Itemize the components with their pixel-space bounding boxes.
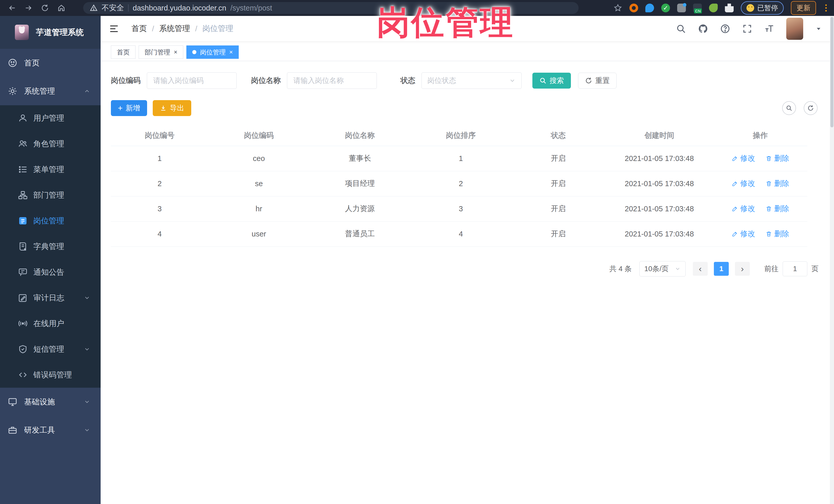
page-scrollbar[interactable] bbox=[830, 16, 834, 504]
sidebar-item-error-code-management[interactable]: 错误码管理 bbox=[0, 362, 101, 388]
not-secure-warning-icon[interactable] bbox=[90, 4, 97, 12]
chevron-down-icon bbox=[675, 266, 681, 272]
page-number-1[interactable]: 1 bbox=[714, 262, 729, 276]
paused-profile-badge[interactable]: 已暂停 bbox=[741, 1, 784, 15]
breadcrumb-home[interactable]: 首页 bbox=[131, 23, 147, 34]
edit-link[interactable]: 修改 bbox=[731, 153, 755, 163]
url-host[interactable]: dashboard.yudao.iocoder.cn bbox=[133, 4, 226, 12]
browser-home-icon[interactable] bbox=[54, 1, 68, 15]
tab-post-management[interactable]: 岗位管理 × bbox=[186, 45, 239, 59]
sidebar-item-user-management[interactable]: 用户管理 bbox=[0, 105, 101, 131]
sidebar-item-sms-management[interactable]: 短信管理 bbox=[0, 336, 101, 362]
tab-home[interactable]: 首页 bbox=[111, 45, 135, 59]
sidebar-item-audit-log[interactable]: 审计日志 bbox=[0, 285, 101, 311]
edit-link[interactable]: 修改 bbox=[731, 178, 755, 189]
browser-reload-icon[interactable] bbox=[38, 1, 52, 15]
edit-icon bbox=[731, 231, 738, 237]
page-unit-label: 页 bbox=[811, 264, 818, 274]
sidebar-item-label: 基础设施 bbox=[24, 397, 55, 407]
browser-menu-kebab-icon[interactable] bbox=[823, 4, 829, 12]
post-name-label: 岗位名称 bbox=[251, 75, 281, 86]
sidebar: 芋道管理系统 首页 系统管理 用户管理 角色管理 bbox=[0, 16, 101, 504]
browser-back-icon[interactable] bbox=[5, 1, 19, 15]
post-name-input[interactable] bbox=[287, 72, 377, 89]
logo-image bbox=[15, 25, 29, 40]
tab-bar: 首页 部门管理 × 岗位管理 × bbox=[101, 42, 834, 61]
post-table: 岗位编号 岗位编码 岗位名称 岗位排序 状态 创建时间 操作 1 bbox=[111, 125, 807, 247]
browser-forward-icon[interactable] bbox=[22, 1, 36, 15]
sidebar-item-department-management[interactable]: 部门管理 bbox=[0, 182, 101, 208]
post-code-input[interactable] bbox=[147, 72, 237, 89]
sidebar-item-online-users[interactable]: 在线用户 bbox=[0, 311, 101, 336]
scrollbar-thumb[interactable] bbox=[830, 17, 833, 127]
cn-badge-extension-icon[interactable] bbox=[693, 4, 702, 12]
collapse-sidebar-icon[interactable] bbox=[108, 23, 119, 35]
cell-post-sort: 2 bbox=[411, 171, 511, 196]
table-row: 4 user 普通员工 4 开启 2021-01-05 17:03:48 修改 … bbox=[111, 221, 807, 246]
green-check-extension-icon[interactable] bbox=[661, 4, 670, 12]
table-toolbar: + 新增 导出 bbox=[111, 100, 818, 116]
delete-link[interactable]: 删除 bbox=[766, 153, 789, 163]
user-avatar[interactable] bbox=[786, 18, 803, 40]
sidebar-item-label: 菜单管理 bbox=[34, 164, 64, 175]
delete-link[interactable]: 删除 bbox=[766, 178, 789, 189]
cell-actions: 修改 删除 bbox=[714, 196, 807, 221]
add-button[interactable]: + 新增 bbox=[111, 100, 147, 116]
not-secure-label[interactable]: 不安全 bbox=[102, 3, 124, 13]
sidebar-item-dict-management[interactable]: 字典管理 bbox=[0, 234, 101, 259]
sidebar-item-label: 系统管理 bbox=[24, 86, 55, 96]
cell-post-sort: 4 bbox=[411, 221, 511, 246]
next-page-button[interactable]: › bbox=[735, 262, 750, 276]
paused-label: 已暂停 bbox=[757, 3, 778, 13]
cell-status: 开启 bbox=[511, 196, 605, 221]
sidebar-item-notice-announcement[interactable]: 通知公告 bbox=[0, 259, 101, 285]
goto-page-input[interactable] bbox=[783, 261, 807, 276]
help-icon[interactable] bbox=[720, 24, 730, 34]
caret-down-icon[interactable] bbox=[815, 25, 822, 32]
delete-link[interactable]: 删除 bbox=[766, 229, 789, 239]
blue-pin-extension-icon[interactable] bbox=[645, 4, 654, 12]
reset-button[interactable]: 重置 bbox=[578, 73, 617, 89]
url-path[interactable]: /system/post bbox=[230, 4, 272, 12]
orange-ring-extension-icon[interactable] bbox=[630, 4, 638, 12]
close-icon[interactable]: × bbox=[229, 49, 233, 55]
page-size-select[interactable]: 10条/页 bbox=[639, 261, 686, 277]
cell-post-name: 董事长 bbox=[309, 146, 410, 171]
sidebar-menu: 首页 系统管理 用户管理 角色管理 菜单管理 bbox=[0, 49, 101, 504]
bookmark-star-icon[interactable] bbox=[614, 4, 622, 12]
close-icon[interactable]: × bbox=[174, 49, 177, 55]
puzzle-extension-icon[interactable] bbox=[725, 4, 733, 12]
fullscreen-icon[interactable] bbox=[742, 24, 752, 34]
column-status: 状态 bbox=[511, 125, 605, 146]
column-post-code: 岗位编码 bbox=[208, 125, 309, 146]
delete-link[interactable]: 删除 bbox=[766, 204, 789, 214]
app-window: 芋道管理系统 首页 系统管理 用户管理 角色管理 bbox=[0, 16, 834, 504]
cell-status: 开启 bbox=[511, 171, 605, 196]
browser-address-bar[interactable]: 不安全 dashboard.yudao.iocoder.cn/system/po… bbox=[83, 2, 578, 14]
refresh-table-button[interactable] bbox=[804, 101, 817, 115]
edit-link[interactable]: 修改 bbox=[731, 229, 755, 239]
sidebar-item-system-management[interactable]: 系统管理 bbox=[0, 77, 101, 105]
export-button[interactable]: 导出 bbox=[153, 100, 191, 116]
sidebar-item-home[interactable]: 首页 bbox=[0, 49, 101, 77]
cell-actions: 修改 删除 bbox=[714, 146, 807, 171]
green-leaf-extension-icon[interactable] bbox=[709, 4, 718, 12]
table-row: 1 ceo 董事长 1 开启 2021-01-05 17:03:48 修改 删除 bbox=[111, 146, 807, 171]
github-icon[interactable] bbox=[698, 24, 708, 34]
browser-update-button[interactable]: 更新 bbox=[791, 1, 816, 15]
edit-link[interactable]: 修改 bbox=[731, 204, 755, 214]
toggle-search-button[interactable] bbox=[782, 101, 796, 115]
gray-blue-dot-extension-icon[interactable] bbox=[677, 4, 686, 12]
prev-page-button[interactable]: ‹ bbox=[693, 262, 708, 276]
sidebar-item-infrastructure[interactable]: 基础设施 bbox=[0, 388, 101, 416]
search-icon[interactable] bbox=[676, 24, 686, 34]
sidebar-item-dev-tools[interactable]: 研发工具 bbox=[0, 416, 101, 444]
search-button[interactable]: 搜索 bbox=[532, 73, 571, 89]
sidebar-item-post-management[interactable]: 岗位管理 bbox=[0, 208, 101, 234]
sidebar-item-role-management[interactable]: 角色管理 bbox=[0, 131, 101, 157]
sidebar-item-menu-management[interactable]: 菜单管理 bbox=[0, 157, 101, 182]
status-select[interactable]: 岗位状态 bbox=[421, 72, 522, 89]
breadcrumb-system[interactable]: 系统管理 bbox=[159, 23, 190, 34]
tab-department-management[interactable]: 部门管理 × bbox=[139, 45, 183, 59]
font-size-icon[interactable] bbox=[764, 24, 774, 34]
